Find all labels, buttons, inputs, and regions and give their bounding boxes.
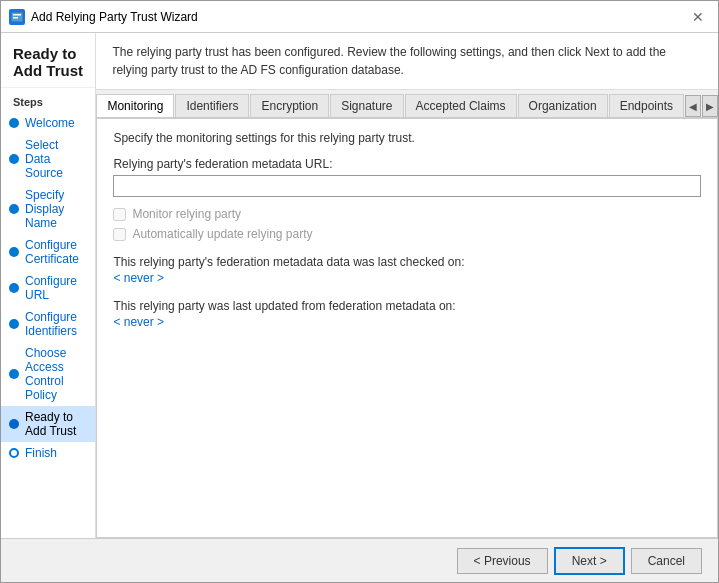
last-checked-label: This relying party's federation metadata…: [113, 255, 701, 269]
tab-signature[interactable]: Signature: [330, 94, 403, 117]
step-dot-certificate: [9, 247, 19, 257]
last-updated-label: This relying party was last updated from…: [113, 299, 701, 313]
tab-container: Monitoring Identifiers Encryption Signat…: [96, 90, 718, 538]
window-icon: [9, 9, 25, 25]
tab-nav: ◀ ▶: [685, 95, 718, 117]
tab-scroll-right[interactable]: ▶: [702, 95, 718, 117]
sidebar-item-access-control[interactable]: Choose Access Control Policy: [1, 342, 95, 406]
step-dot-ready: [9, 419, 19, 429]
title-bar-left: Add Relying Party Trust Wizard: [9, 9, 198, 25]
auto-update-checkbox-label: Automatically update relying party: [132, 227, 312, 241]
svg-rect-1: [13, 14, 21, 16]
last-checked-value: < never >: [113, 271, 701, 285]
footer: < Previous Next > Cancel: [1, 538, 718, 582]
main-content: Ready to Add Trust Steps Welcome Select …: [1, 33, 718, 538]
tab-monitoring[interactable]: Monitoring: [96, 94, 174, 119]
tab-scroll-left[interactable]: ◀: [685, 95, 701, 117]
main-panel: The relying party trust has been configu…: [96, 33, 718, 538]
step-dot-displayname: [9, 204, 19, 214]
sidebar-label-finish: Finish: [25, 446, 57, 460]
window-title: Add Relying Party Trust Wizard: [31, 10, 198, 24]
sidebar-label-welcome: Welcome: [25, 116, 75, 130]
sidebar-label-ready: Ready to Add Trust: [25, 410, 83, 438]
sidebar-item-ready[interactable]: Ready to Add Trust: [1, 406, 95, 442]
sidebar-item-welcome[interactable]: Welcome: [1, 112, 95, 134]
close-button[interactable]: ✕: [686, 8, 710, 26]
auto-update-checkbox-row: Automatically update relying party: [113, 227, 701, 241]
step-dot-url: [9, 283, 19, 293]
tab-endpoints[interactable]: Endpoints: [609, 94, 684, 117]
svg-rect-2: [13, 17, 18, 19]
step-dot-welcome: [9, 118, 19, 128]
sidebar-item-finish[interactable]: Finish: [1, 442, 95, 464]
sidebar-item-datasource[interactable]: Select Data Source: [1, 134, 95, 184]
monitor-checkbox[interactable]: [113, 208, 126, 221]
sidebar: Ready to Add Trust Steps Welcome Select …: [1, 33, 96, 538]
step-dot-identifiers: [9, 319, 19, 329]
steps-label: Steps: [1, 88, 95, 112]
sidebar-label-datasource: Select Data Source: [25, 138, 83, 180]
url-field-label: Relying party's federation metadata URL:: [113, 157, 701, 171]
tab-content-monitoring: Specify the monitoring settings for this…: [96, 119, 718, 538]
monitor-checkbox-row: Monitor relying party: [113, 207, 701, 221]
step-dot-datasource: [9, 154, 19, 164]
sidebar-label-displayname: Specify Display Name: [25, 188, 83, 230]
tab-organization[interactable]: Organization: [518, 94, 608, 117]
tab-bar: Monitoring Identifiers Encryption Signat…: [96, 90, 718, 119]
last-updated-value: < never >: [113, 315, 701, 329]
tab-identifiers[interactable]: Identifiers: [175, 94, 249, 117]
sidebar-label-access-control: Choose Access Control Policy: [25, 346, 83, 402]
auto-update-checkbox[interactable]: [113, 228, 126, 241]
wizard-window: Add Relying Party Trust Wizard ✕ Ready t…: [0, 0, 719, 583]
next-button[interactable]: Next >: [554, 547, 625, 575]
sidebar-item-displayname[interactable]: Specify Display Name: [1, 184, 95, 234]
monitor-checkbox-label: Monitor relying party: [132, 207, 241, 221]
sidebar-label-url: Configure URL: [25, 274, 83, 302]
info-bar: The relying party trust has been configu…: [96, 33, 718, 90]
tab-accepted-claims[interactable]: Accepted Claims: [405, 94, 517, 117]
step-dot-finish: [9, 448, 19, 458]
federation-url-input[interactable]: [113, 175, 701, 197]
sidebar-label-certificate: Configure Certificate: [25, 238, 83, 266]
title-bar: Add Relying Party Trust Wizard ✕: [1, 1, 718, 33]
tab-encryption[interactable]: Encryption: [250, 94, 329, 117]
cancel-button[interactable]: Cancel: [631, 548, 702, 574]
sidebar-label-identifiers: Configure Identifiers: [25, 310, 83, 338]
sidebar-item-identifiers[interactable]: Configure Identifiers: [1, 306, 95, 342]
previous-button[interactable]: < Previous: [457, 548, 548, 574]
sidebar-item-url[interactable]: Configure URL: [1, 270, 95, 306]
sidebar-item-certificate[interactable]: Configure Certificate: [1, 234, 95, 270]
sidebar-header: Ready to Add Trust: [1, 33, 95, 88]
step-dot-access-control: [9, 369, 19, 379]
monitoring-description: Specify the monitoring settings for this…: [113, 131, 701, 145]
